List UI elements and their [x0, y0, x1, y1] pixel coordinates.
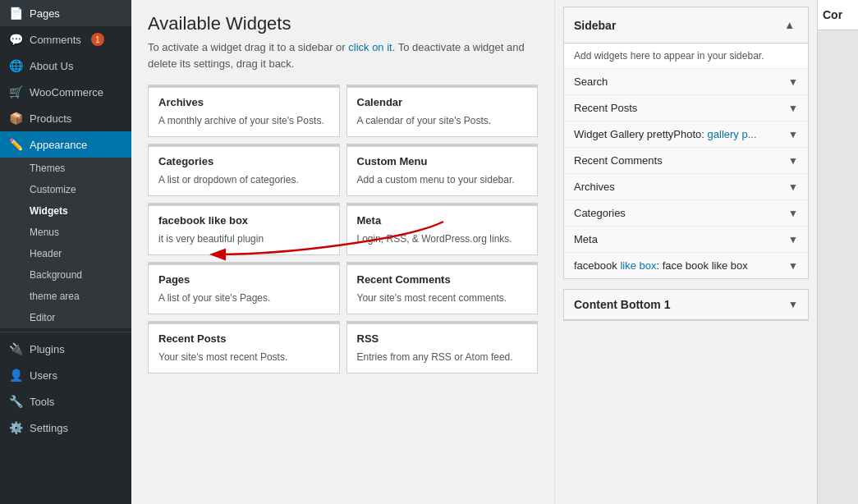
chevron-down-icon-search: ▼ — [788, 76, 798, 88]
submenu-themes[interactable]: Themes — [0, 158, 131, 179]
widget-card-meta[interactable]: Meta Login, RSS, & WordPress.org links. — [346, 203, 539, 255]
sidebar-item-pages-label: Pages — [30, 7, 60, 20]
submenu-header[interactable]: Header — [0, 243, 131, 264]
sidebar-item-tools-label: Tools — [30, 396, 54, 408]
sidebar-widget-search[interactable]: Search ▼ — [564, 69, 808, 95]
sidebar-scroll-up-icon[interactable]: ▲ — [781, 16, 798, 34]
widget-facebook-like-box-title: facebook like box — [158, 214, 329, 227]
plugins-icon: 🔌 — [8, 342, 23, 355]
widget-rss-desc: Entries from any RSS or Atom feed. — [357, 350, 528, 364]
page-subtitle: To activate a widget drag it to a sideba… — [148, 39, 538, 71]
sidebar-item-users[interactable]: 👤 Users — [0, 362, 131, 388]
admin-sidebar: 📄 Pages 💬 Comments 1 🌐 About Us 🛒 WooCom… — [0, 0, 131, 504]
widget-recent-posts-title: Recent Posts — [158, 332, 329, 345]
appearance-icon: ✏️ — [8, 138, 23, 151]
widget-archives-title: Archives — [158, 96, 329, 108]
comments-icon: 💬 — [8, 33, 23, 46]
content-bottom-area: Content Bottom 1 ▼ — [563, 289, 809, 321]
widget-recent-comments-desc: Your site's most recent comments. — [357, 291, 528, 305]
sidebar-item-settings[interactable]: ⚙️ Settings — [0, 415, 131, 441]
sidebar-item-products[interactable]: 📦 Products — [0, 105, 131, 131]
sidebar-item-woocommerce-label: WooCommerce — [30, 86, 103, 99]
sidebar-widget-recent-comments-label: Recent Comments — [574, 154, 663, 167]
sidebar-widget-facebook-like-box[interactable]: facebook like box: face book like box ▼ — [564, 253, 808, 278]
widget-card-archives[interactable]: Archives A monthly archive of your site'… — [148, 85, 340, 137]
sidebar-item-woocommerce[interactable]: 🛒 WooCommerce — [0, 79, 131, 105]
widget-card-calendar[interactable]: Calendar A calendar of your site's Posts… — [346, 85, 539, 137]
widget-categories-title: Categories — [158, 155, 329, 167]
widget-calendar-desc: A calendar of your site's Posts. — [357, 113, 528, 128]
sidebar-item-about-us[interactable]: 🌐 About Us — [0, 53, 131, 79]
appearance-submenu: Themes Customize Widgets Menus Header Ba… — [0, 158, 131, 328]
click-on-it-link[interactable]: click on it — [348, 41, 392, 53]
right-panel: Sidebar ▲ Add widgets here to appear in … — [554, 0, 817, 504]
widget-card-pages[interactable]: Pages A list of your site's Pages. — [148, 262, 340, 314]
comments-badge: 1 — [91, 33, 104, 46]
widget-pages-desc: A list of your site's Pages. — [158, 291, 329, 305]
sidebar-widget-categories[interactable]: Categories ▼ — [564, 200, 808, 227]
submenu-menus[interactable]: Menus — [0, 222, 131, 243]
chevron-down-icon-recent-posts: ▼ — [788, 103, 798, 114]
widget-card-rss[interactable]: RSS Entries from any RSS or Atom feed. — [346, 321, 539, 373]
widget-card-facebook-like-box[interactable]: facebook like box it is very beautiful p… — [148, 203, 340, 255]
sidebar-widget-meta-label: Meta — [574, 233, 598, 245]
submenu-theme-area[interactable]: theme area — [0, 286, 131, 307]
submenu-background[interactable]: Background — [0, 264, 131, 286]
sidebar-divider-1 — [0, 332, 131, 332]
gallery-link[interactable]: gallery p... — [708, 128, 757, 140]
content-bottom-title: Content Bottom 1 — [574, 298, 670, 311]
settings-icon: ⚙️ — [8, 421, 23, 434]
sidebar-widget-area-header: Sidebar ▲ — [564, 7, 808, 44]
widget-card-custom-menu[interactable]: Custom Menu Add a custom menu to your si… — [346, 144, 539, 196]
far-right-panel: Cor — [817, 0, 858, 504]
chevron-down-icon-archives: ▼ — [788, 181, 798, 193]
sidebar-item-plugins[interactable]: 🔌 Plugins — [0, 336, 131, 362]
content-bottom-header: Content Bottom 1 ▼ — [564, 290, 808, 320]
far-right-header: Cor — [818, 0, 858, 30]
widget-archives-desc: A monthly archive of your site's Posts. — [158, 113, 329, 128]
sidebar-item-products-label: Products — [30, 112, 71, 125]
widget-card-recent-comments[interactable]: Recent Comments Your site's most recent … — [346, 262, 539, 314]
widget-meta-desc: Login, RSS, & WordPress.org links. — [357, 231, 528, 246]
widget-card-categories[interactable]: Categories A list or dropdown of categor… — [148, 144, 340, 196]
sidebar-item-tools[interactable]: 🔧 Tools — [0, 388, 131, 415]
chevron-down-icon-facebook: ▼ — [788, 260, 798, 272]
pages-icon: 📄 — [8, 7, 23, 20]
tools-icon: 🔧 — [8, 395, 23, 408]
chevron-down-icon-content-bottom: ▼ — [788, 299, 798, 310]
sidebar-widget-meta[interactable]: Meta ▼ — [564, 227, 808, 253]
page-title: Available Widgets — [148, 13, 538, 34]
sidebar-item-appearance[interactable]: ✏️ Appearance — [0, 131, 131, 158]
widget-custom-menu-desc: Add a custom menu to your sidebar. — [357, 172, 528, 187]
sidebar-item-pages[interactable]: 📄 Pages — [0, 0, 131, 26]
widget-recent-posts-desc: Your site's most recent Posts. — [158, 350, 329, 364]
widget-calendar-title: Calendar — [357, 96, 528, 108]
chevron-down-icon-recent-comments: ▼ — [788, 155, 798, 167]
sidebar-subtitle: Add widgets here to appear in your sideb… — [564, 44, 808, 69]
widget-grid: Archives A monthly archive of your site'… — [148, 85, 538, 373]
widget-pages-title: Pages — [158, 273, 329, 286]
widget-rss-title: RSS — [357, 332, 528, 345]
sidebar-widget-archives[interactable]: Archives ▼ — [564, 174, 808, 200]
sidebar-item-comments-label: Comments — [30, 34, 81, 46]
chevron-down-icon-gallery: ▼ — [788, 129, 798, 140]
users-icon: 👤 — [8, 369, 23, 382]
widget-meta-title: Meta — [357, 214, 528, 227]
sidebar-widget-gallery[interactable]: Widget Gallery prettyPhoto: gallery p...… — [564, 121, 808, 148]
sidebar-widget-archives-label: Archives — [574, 181, 615, 193]
submenu-widgets[interactable]: Widgets — [0, 200, 131, 222]
submenu-customize[interactable]: Customize — [0, 179, 131, 200]
sidebar-widget-recent-comments[interactable]: Recent Comments ▼ — [564, 148, 808, 174]
sidebar-widget-categories-label: Categories — [574, 207, 626, 219]
woocommerce-icon: 🛒 — [8, 85, 23, 99]
products-icon: 📦 — [8, 112, 23, 125]
facebook-like-box-link[interactable]: like box — [620, 259, 656, 272]
sidebar-item-comments[interactable]: 💬 Comments 1 — [0, 26, 131, 53]
sidebar-widget-recent-posts[interactable]: Recent Posts ▼ — [564, 95, 808, 121]
widget-card-recent-posts[interactable]: Recent Posts Your site's most recent Pos… — [148, 321, 340, 373]
about-us-icon: 🌐 — [8, 59, 23, 72]
chevron-down-icon-meta: ▼ — [788, 234, 798, 245]
widget-custom-menu-title: Custom Menu — [357, 155, 528, 167]
sidebar-widget-facebook-like-box-label: facebook like box: face book like box — [574, 259, 748, 272]
submenu-editor[interactable]: Editor — [0, 307, 131, 328]
